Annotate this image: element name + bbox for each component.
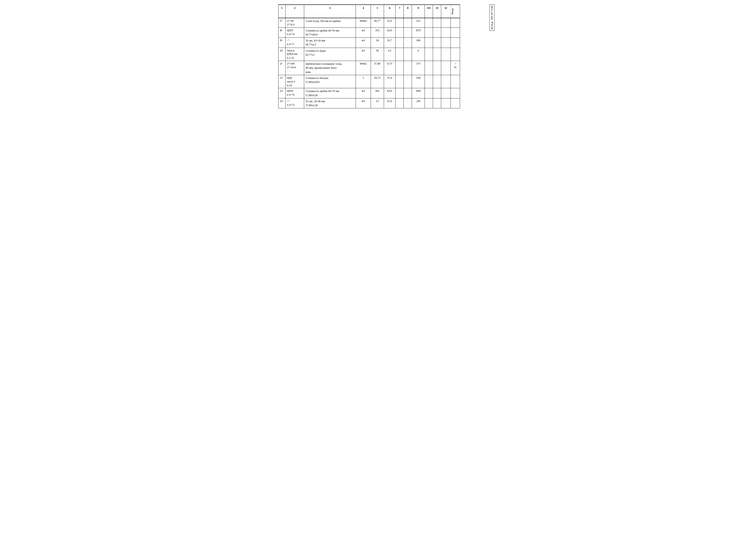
cell-5-5: 37,9 (384, 75, 396, 88)
cell-2-9 (425, 38, 433, 48)
cell-6-1: ЦППп.4-74 (285, 88, 304, 98)
cell-1-9 (425, 27, 433, 37)
cell-2-11 (441, 38, 450, 48)
cell-2-10 (433, 38, 441, 48)
cell-5-11 (441, 75, 450, 88)
cell-7-3: м3 (356, 98, 371, 108)
col-header-12: I2 (441, 5, 450, 18)
cell-2-1: -"-п.4-71 (285, 38, 304, 48)
header-row: I 2 3 4 5 6 7 8 9 IO II I2 Ат.п.р. (278, 5, 460, 18)
cell-0-12 (450, 18, 460, 27)
cell-3-1: Указ.кЕРЕР-84п.2.22 (285, 48, 304, 61)
cell-2-2: То же, IO-20 ммI8,77хI,5 (304, 38, 356, 48)
cell-6-4: I64 (371, 88, 384, 98)
cell-4-2: Щебеночное основание толщ.80 мм, пропита… (304, 61, 356, 75)
col-header-10: IO (425, 5, 433, 18)
cell-0-2: Слой толщ. I50 мм из щебня (304, 18, 356, 27)
cell-6-12 (450, 88, 460, 98)
cell-4-12: →Io (450, 61, 460, 75)
cell-4-5: 9,73 (384, 61, 396, 75)
cell-3-6 (396, 48, 404, 61)
col-header-13: Ат.п.р. (450, 5, 460, 18)
cell-3-11: · (441, 48, 450, 61)
cell-5-1: ЦЦIчасть Iп.43 (285, 75, 304, 88)
cell-7-1: -"-п.4-73 (285, 98, 304, 108)
cell-6-2: Стоимость щебня 40-70 ммI7,88х9,I8 (304, 88, 356, 98)
cell-1-8: 307I (412, 27, 425, 37)
cell-0-3: I00м2 (356, 18, 371, 27)
col-header-3: 3 (304, 5, 356, 18)
cell-0-1: 27-4427-II-I (285, 18, 304, 27)
table-row: 22ЦЦIчасть Iп.43Стоимость битумаI7,88х0,… (278, 75, 460, 88)
table-row: I9-"-п.4-71То же, IO-20 ммI8,77хI,5м328I… (278, 38, 460, 48)
cell-3-4: 56 (371, 48, 384, 61)
cell-4-4: I7,88 (371, 61, 384, 75)
cell-6-5: 8,65 (384, 88, 396, 98)
cell-7-4: 23 (371, 98, 384, 108)
cell-3-9 (425, 48, 433, 61)
cell-7-0: 24 (278, 98, 286, 108)
main-table: I 2 3 4 5 6 7 8 9 IO II I2 Ат.п.р. I727-… (278, 4, 460, 108)
cell-6-3: м3 (356, 88, 371, 98)
cell-0-0: I7 (278, 18, 286, 27)
table-row: 20Указ.кЕРЕР-84п.2.22Стоимость водыI8,77… (278, 48, 460, 61)
cell-1-4: 355 (371, 27, 384, 37)
cell-6-9 (425, 88, 433, 98)
cell-2-12 (450, 38, 460, 48)
cell-1-11 (441, 27, 450, 37)
cell-0-7: · (404, 18, 412, 27)
cell-3-5: 0,I (384, 48, 396, 61)
col-header-1: I (278, 5, 286, 18)
table-row: 23ЦППп.4-74Стоимость щебня 40-70 ммI7,88… (278, 88, 460, 98)
cell-0-4: I8,77 (371, 18, 384, 27)
cell-5-8: 558 (412, 75, 425, 88)
col-header-7: 7 (396, 5, 404, 18)
cell-4-9 (425, 61, 433, 75)
cell-5-12 (450, 75, 460, 88)
cell-7-7: · (404, 98, 412, 108)
cell-4-8: I74 (412, 61, 425, 75)
col-header-5: 5 (371, 5, 384, 18)
cell-2-0: I9 (278, 38, 286, 48)
cell-6-0: 23 (278, 88, 286, 98)
table-row: 24-"-п.4-73То же, 20-40 ммI7,88хI,28м323… (278, 98, 460, 108)
cell-7-8: 2I9 (412, 98, 425, 108)
cell-6-10 (433, 88, 441, 98)
cell-7-9 (425, 98, 433, 108)
cell-5-9 (425, 75, 433, 88)
col-header-4: 4 (356, 5, 371, 18)
cell-4-6 (396, 61, 404, 75)
cell-0-6 (396, 18, 404, 27)
cell-1-1: ЦППп.4-74 (285, 27, 304, 37)
table-row: I8ЦППп.4-74Стоимость щебня 40-70 ммI8,77… (278, 27, 460, 37)
cell-1-10: · (433, 27, 441, 37)
col-header-9: 9 (412, 5, 425, 18)
cell-5-6 (396, 75, 404, 88)
cell-5-2: Стоимость битумаI7,88х0,824 (304, 75, 356, 88)
cell-0-9 (425, 18, 433, 27)
side-label: Ат.п.р. 501-07-5.84 (489, 4, 494, 31)
cell-3-7 (404, 48, 412, 61)
cell-0-8: 225 (412, 18, 425, 27)
col-header-8: 8 (404, 5, 412, 18)
cell-1-5: 8,65 (384, 27, 396, 37)
cell-7-11 (441, 98, 450, 108)
cell-4-10 (433, 61, 441, 75)
col-header-2: 2 (285, 5, 304, 18)
cell-4-7 (404, 61, 412, 75)
col-header-6: 6 (384, 5, 396, 18)
cell-1-12 (450, 27, 460, 37)
cell-7-10 (433, 98, 441, 108)
cell-7-5: 9,52 (384, 98, 396, 108)
cell-6-11 (441, 88, 450, 98)
cell-3-3: м3 (356, 48, 371, 61)
col-header-11: II (433, 5, 441, 18)
cell-7-12 (450, 98, 460, 108)
cell-7-2: То же, 20-40 ммI7,88хI,28 (304, 98, 356, 108)
cell-2-3: м3 (356, 38, 371, 48)
cell-1-7: · (404, 27, 412, 37)
cell-3-2: Стоимость водыI8,77х3 (304, 48, 356, 61)
cell-3-12 (450, 48, 460, 61)
cell-5-10 (433, 75, 441, 88)
cell-6-6 (396, 88, 404, 98)
